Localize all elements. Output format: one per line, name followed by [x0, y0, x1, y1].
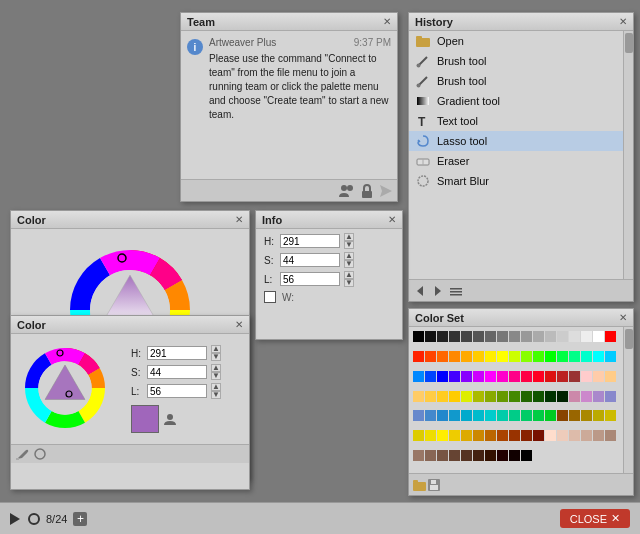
color-small-h-down[interactable]: ▼: [211, 353, 221, 361]
color-swatch[interactable]: [437, 430, 448, 441]
color-small-s-down[interactable]: ▼: [211, 372, 221, 380]
add-page-button[interactable]: +: [73, 512, 87, 526]
color-small-h-input[interactable]: [147, 346, 207, 360]
color-panel-small-close-button[interactable]: ✕: [235, 319, 243, 330]
color-swatch[interactable]: [461, 430, 472, 441]
color-swatch[interactable]: [533, 410, 544, 421]
color-swatch[interactable]: [605, 430, 616, 441]
color-swatch[interactable]: [461, 371, 472, 382]
history-item-text[interactable]: T Text tool: [409, 111, 623, 131]
color-swatch[interactable]: [413, 430, 424, 441]
play-button[interactable]: [10, 513, 22, 525]
info-panel-close-button[interactable]: ✕: [388, 214, 396, 225]
color-swatch[interactable]: [485, 371, 496, 382]
color-swatch[interactable]: [509, 351, 520, 362]
color-swatch[interactable]: [569, 430, 580, 441]
history-item-lasso[interactable]: Lasso tool: [409, 131, 623, 151]
color-swatch[interactable]: [497, 351, 508, 362]
color-swatch[interactable]: [533, 331, 544, 342]
color-swatch[interactable]: [605, 371, 616, 382]
color-swatch[interactable]: [509, 331, 520, 342]
color-swatch[interactable]: [425, 391, 436, 402]
color-small-s-input[interactable]: [147, 365, 207, 379]
color-swatch[interactable]: [473, 331, 484, 342]
color-swatch[interactable]: [581, 331, 592, 342]
color-swatch[interactable]: [497, 450, 508, 461]
color-swatch[interactable]: [569, 331, 580, 342]
color-swatch[interactable]: [485, 391, 496, 402]
color-swatch[interactable]: [437, 351, 448, 362]
color-small-swatch[interactable]: [131, 405, 159, 433]
color-swatch[interactable]: [569, 410, 580, 421]
team-panel-close-button[interactable]: ✕: [383, 16, 391, 27]
color-swatch[interactable]: [413, 371, 424, 382]
color-swatch[interactable]: [593, 351, 604, 362]
color-swatch[interactable]: [485, 430, 496, 441]
color-swatch[interactable]: [545, 391, 556, 402]
color-swatch[interactable]: [413, 331, 424, 342]
color-swatch[interactable]: [509, 450, 520, 461]
color-swatch[interactable]: [557, 430, 568, 441]
color-swatch[interactable]: [425, 410, 436, 421]
history-item-smartblur[interactable]: Smart Blur: [409, 171, 623, 191]
color-swatch[interactable]: [497, 391, 508, 402]
color-swatch[interactable]: [593, 430, 604, 441]
color-swatch[interactable]: [425, 331, 436, 342]
color-swatch[interactable]: [521, 450, 532, 461]
color-swatch[interactable]: [593, 391, 604, 402]
color-swatch[interactable]: [497, 410, 508, 421]
color-swatch[interactable]: [593, 331, 604, 342]
color-swatch[interactable]: [581, 351, 592, 362]
color-swatch[interactable]: [521, 331, 532, 342]
color-small-l-down[interactable]: ▼: [211, 391, 221, 399]
color-swatch[interactable]: [521, 371, 532, 382]
color-swatch[interactable]: [437, 371, 448, 382]
color-swatch[interactable]: [473, 450, 484, 461]
color-swatch[interactable]: [485, 331, 496, 342]
color-swatch[interactable]: [557, 371, 568, 382]
color-swatch[interactable]: [485, 351, 496, 362]
info-s-down-arrow[interactable]: ▼: [344, 260, 354, 268]
color-swatch[interactable]: [449, 430, 460, 441]
color-swatch[interactable]: [413, 450, 424, 461]
color-swatch[interactable]: [425, 430, 436, 441]
color-swatch[interactable]: [533, 430, 544, 441]
color-swatch[interactable]: [437, 450, 448, 461]
color-swatch[interactable]: [473, 351, 484, 362]
history-item-brush1[interactable]: Brush tool: [409, 51, 623, 71]
color-swatch[interactable]: [473, 430, 484, 441]
color-swatch[interactable]: [605, 351, 616, 362]
color-swatch[interactable]: [461, 351, 472, 362]
color-swatch[interactable]: [437, 391, 448, 402]
color-swatch[interactable]: [557, 391, 568, 402]
color-swatch[interactable]: [521, 410, 532, 421]
color-swatch[interactable]: [545, 410, 556, 421]
color-swatch[interactable]: [485, 450, 496, 461]
info-h-input[interactable]: [280, 234, 340, 248]
color-swatch[interactable]: [449, 410, 460, 421]
color-swatch[interactable]: [593, 410, 604, 421]
info-h-down-arrow[interactable]: ▼: [344, 241, 354, 249]
color-swatch[interactable]: [437, 331, 448, 342]
color-swatch[interactable]: [425, 371, 436, 382]
color-swatch[interactable]: [473, 391, 484, 402]
info-l-input[interactable]: [280, 272, 340, 286]
color-swatch[interactable]: [521, 351, 532, 362]
color-swatch[interactable]: [509, 391, 520, 402]
color-swatch[interactable]: [497, 430, 508, 441]
color-swatch[interactable]: [509, 410, 520, 421]
color-swatch[interactable]: [605, 331, 616, 342]
color-swatch[interactable]: [545, 351, 556, 362]
color-swatch[interactable]: [605, 391, 616, 402]
color-swatch[interactable]: [545, 331, 556, 342]
color-swatch[interactable]: [605, 410, 616, 421]
color-swatch[interactable]: [521, 430, 532, 441]
color-swatch[interactable]: [533, 391, 544, 402]
color-swatch[interactable]: [485, 410, 496, 421]
color-swatch[interactable]: [497, 331, 508, 342]
history-panel-close-button[interactable]: ✕: [619, 16, 627, 27]
color-swatch[interactable]: [413, 410, 424, 421]
color-swatch[interactable]: [557, 331, 568, 342]
colorset-panel-close-button[interactable]: ✕: [619, 312, 627, 323]
color-swatch[interactable]: [497, 371, 508, 382]
